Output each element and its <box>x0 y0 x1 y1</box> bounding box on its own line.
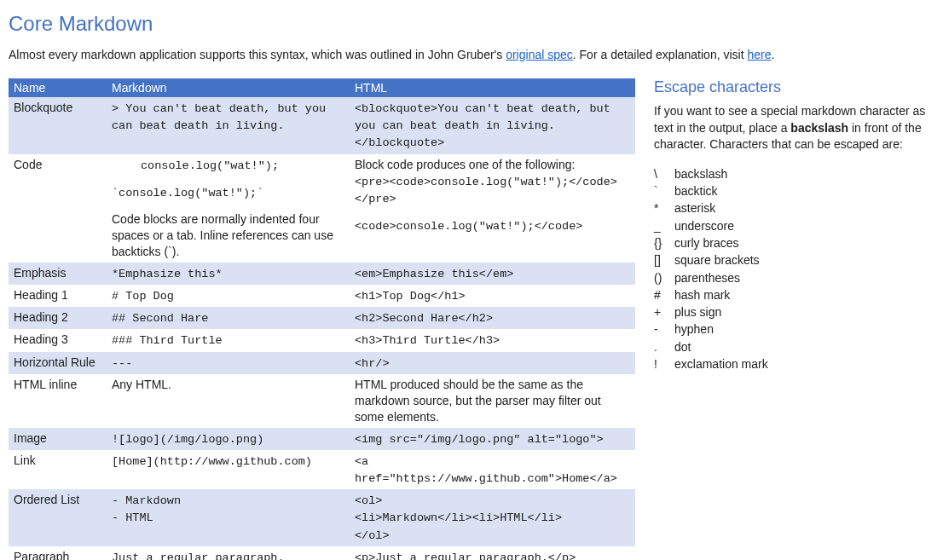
escape-symbol: . <box>654 338 666 355</box>
escape-symbol: - <box>654 320 666 338</box>
here-link[interactable]: here <box>747 48 771 61</box>
escape-label: hash mark <box>674 286 730 303</box>
col-header-markdown: Markdown <box>107 78 350 97</box>
escape-char-item: -hyphen <box>654 320 934 338</box>
escape-char-item: .dot <box>654 338 934 355</box>
escape-symbol: () <box>654 269 666 286</box>
row-name: Emphasis <box>9 263 107 285</box>
row-html: Block code produces one of the following… <box>350 154 635 263</box>
row-name: HTML inline <box>9 374 107 428</box>
row-name: Heading 3 <box>9 329 107 351</box>
col-header-html: HTML <box>350 78 635 97</box>
escape-label: exclamation mark <box>674 355 768 372</box>
row-markdown: console.log("wat!");`console.log("wat!")… <box>107 154 350 263</box>
escape-char-item: _underscore <box>654 217 934 234</box>
row-html: <h1>Top Dog</h1> <box>350 285 635 307</box>
table-row: ParagraphJust a regular paragraph.Use a … <box>9 546 635 560</box>
escape-char-item: {}curly braces <box>654 234 934 251</box>
escape-label: dot <box>674 338 691 355</box>
escape-symbol: \ <box>654 165 666 182</box>
escape-label: backslash <box>674 165 727 182</box>
escape-label: backtick <box>674 182 718 199</box>
row-markdown: Just a regular paragraph.Use a blank lin… <box>107 546 350 560</box>
escape-symbol: ! <box>654 355 666 372</box>
row-markdown: Any HTML. <box>107 374 350 428</box>
row-name: Blockquote <box>9 97 107 154</box>
escape-char-item: +plus sign <box>654 303 934 320</box>
row-html: <h2>Second Hare</h2> <box>350 307 635 329</box>
escape-label: curly braces <box>674 234 738 251</box>
table-row: Heading 1# Top Dog<h1>Top Dog</h1> <box>9 285 635 307</box>
row-html: <ol><li>Markdown</li><li>HTML</li></ol> <box>350 489 635 546</box>
table-row: Link[Home](http://www.github.com)<a href… <box>9 450 635 489</box>
escape-label: underscore <box>674 217 734 234</box>
escape-char-item: !exclamation mark <box>654 355 934 372</box>
escape-char-list: \backslash`backtick*asterisk_underscore{… <box>654 165 934 373</box>
row-name: Link <box>9 450 107 489</box>
escape-symbol: {} <box>654 234 666 251</box>
row-name: Paragraph <box>9 546 107 560</box>
page-title: Core Markdown <box>9 12 934 36</box>
row-markdown: - Markdown- HTML <box>107 489 350 546</box>
row-markdown: # Top Dog <box>107 285 350 307</box>
escape-label: plus sign <box>674 303 721 320</box>
row-markdown: [Home](http://www.github.com) <box>107 450 350 489</box>
row-name: Ordered List <box>9 489 107 546</box>
intro-text: . <box>771 48 774 61</box>
table-row: Codeconsole.log("wat!");`console.log("wa… <box>9 154 635 263</box>
row-html: <hr/> <box>350 352 635 374</box>
table-row: Heading 3### Third Turtle<h3>Third Turtl… <box>9 329 635 351</box>
row-name: Image <box>9 428 107 450</box>
row-html: <img src="/img/logo.png" alt="logo"> <box>350 428 635 450</box>
escape-symbol: # <box>654 286 666 303</box>
escape-char-item: `backtick <box>654 182 934 199</box>
row-html: <blockquote>You can't beat death, but yo… <box>350 97 635 154</box>
row-html: HTML produced should be the same as the … <box>350 374 635 428</box>
row-name: Heading 2 <box>9 307 107 329</box>
escape-symbol: _ <box>654 217 666 234</box>
escape-char-item: \backslash <box>654 165 934 182</box>
col-header-name: Name <box>9 78 107 97</box>
escape-char-item: []square brackets <box>654 251 934 268</box>
row-markdown: > You can't beat death, but you can beat… <box>107 97 350 154</box>
row-markdown: *Emphasize this* <box>107 263 350 285</box>
table-row: Emphasis*Emphasize this*<em>Emphasize th… <box>9 263 635 285</box>
escape-char-item: ()parentheses <box>654 269 934 286</box>
intro-text: Almost every markdown application suppor… <box>9 48 506 61</box>
row-markdown: ### Third Turtle <box>107 329 350 351</box>
row-html: <p>Just a regular paragraph.</p> <box>350 546 635 560</box>
intro-text: . For a detailed explanation, visit <box>573 48 748 61</box>
table-row: HTML inlineAny HTML.HTML produced should… <box>9 374 635 428</box>
table-row: Ordered List- Markdown- HTML<ol><li>Mark… <box>9 489 635 546</box>
row-html: <a href="https://www.github.com">Home</a… <box>350 450 635 489</box>
sidebar-paragraph: If you want to see a special markdown ch… <box>654 103 934 153</box>
intro-paragraph: Almost every markdown application suppor… <box>9 48 934 61</box>
table-row: Blockquote> You can't beat death, but yo… <box>9 97 635 154</box>
escape-char-item: #hash mark <box>654 286 934 303</box>
row-name: Code <box>9 154 107 263</box>
sidebar-bold: backslash <box>790 121 848 135</box>
escape-label: asterisk <box>674 199 715 216</box>
escape-symbol: * <box>654 199 666 216</box>
escape-char-item: *asterisk <box>654 199 934 216</box>
table-row: Horizontal Rule---<hr/> <box>9 352 635 374</box>
original-spec-link[interactable]: original spec <box>506 48 573 61</box>
escape-label: hyphen <box>674 320 714 338</box>
sidebar-heading: Escape characters <box>654 78 934 96</box>
row-html: <h3>Third Turtle</h3> <box>350 329 635 351</box>
table-row: Heading 2## Second Hare<h2>Second Hare</… <box>9 307 635 329</box>
escape-symbol: [] <box>654 251 666 268</box>
row-markdown: --- <box>107 352 350 374</box>
row-name: Horizontal Rule <box>9 352 107 374</box>
escape-symbol: + <box>654 303 666 320</box>
escape-symbol: ` <box>654 182 666 199</box>
escape-label: parentheses <box>674 269 740 286</box>
markdown-reference-table: Name Markdown HTML Blockquote> You can't… <box>9 78 635 560</box>
row-html: <em>Emphasize this</em> <box>350 263 635 285</box>
escape-label: square brackets <box>674 251 760 268</box>
table-row: Image![logo](/img/logo.png)<img src="/im… <box>9 428 635 450</box>
row-markdown: ![logo](/img/logo.png) <box>107 428 350 450</box>
row-name: Heading 1 <box>9 285 107 307</box>
sidebar: Escape characters If you want to see a s… <box>654 78 934 372</box>
row-markdown: ## Second Hare <box>107 307 350 329</box>
